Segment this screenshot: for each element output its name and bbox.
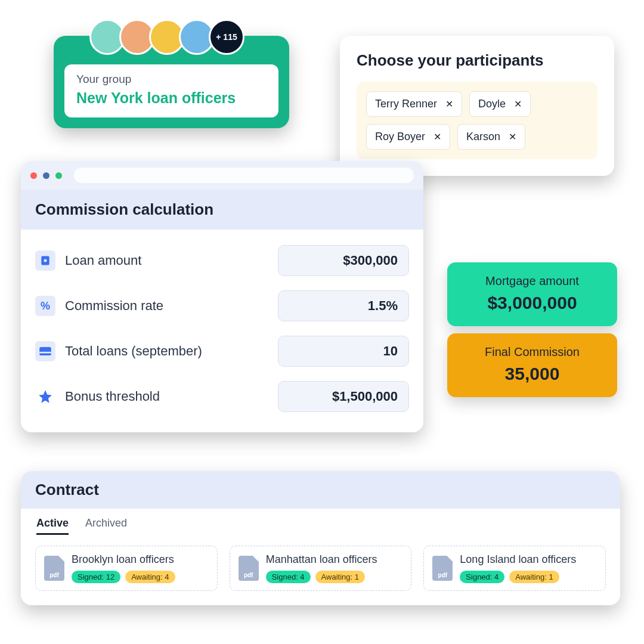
address-bar[interactable] [74,168,414,183]
contract-name: Brooklyn loan officers [72,553,209,566]
calc-value-input[interactable]: 10 [278,336,409,367]
signed-badge: Signed: 4 [460,571,504,583]
result-stack: Mortgage amount $3,000,000 Final Commiss… [447,262,617,397]
calc-label: Total loans (september) [65,343,278,359]
participant-chip[interactable]: Terry Renner ✕ [366,91,462,117]
close-icon[interactable]: ✕ [509,131,516,143]
group-card: + 115 Your group New York loan officers [54,36,289,128]
contract-name: Long Island loan officers [460,553,597,566]
tab-archived[interactable]: Archived [85,517,127,535]
calc-rows: Loan amount $300,000 % Commission rate 1… [21,230,423,432]
calc-row-total-loans: Total loans (september) 10 [35,329,409,374]
participants-title: Choose your participants [357,51,597,70]
traffic-light-close-icon[interactable] [30,172,37,179]
contract-card: Contract Active Archived pdf Brooklyn lo… [21,471,620,605]
money-icon [35,250,55,271]
pdf-file-icon: pdf [239,556,259,581]
awaiting-badge: Awaiting: 1 [315,571,365,583]
chip-label: Karson [466,131,500,143]
result-value: $3,000,000 [458,293,606,313]
avatar-overflow[interactable]: + 115 [209,19,244,55]
contract-name: Manhattan loan officers [266,553,403,566]
calc-row-commission-rate: % Commission rate 1.5% [35,283,409,329]
calc-label: Loan amount [65,253,278,268]
window-header: Commission calculation [21,190,423,230]
contract-tabs: Active Archived [21,509,620,535]
chip-label: Roy Boyer [375,131,425,143]
signed-badge: Signed: 4 [266,571,311,583]
chip-label: Terry Renner [375,98,437,110]
star-icon [35,386,55,407]
result-value: 35,000 [458,364,606,384]
card-icon [35,341,55,361]
commission-window: Commission calculation Loan amount $300,… [21,161,423,432]
calc-value-input[interactable]: $300,000 [278,245,409,276]
final-commission-card: Final Commission 35,000 [447,333,617,397]
contract-item[interactable]: pdf Manhattan loan officers Signed: 4 Aw… [230,546,412,591]
close-icon[interactable]: ✕ [434,131,441,143]
percent-icon: % [35,296,55,316]
svg-rect-3 [39,352,51,354]
contract-items: pdf Brooklyn loan officers Signed: 12 Aw… [21,535,620,605]
signed-badge: Signed: 12 [72,571,120,583]
pdf-file-icon: pdf [44,556,64,581]
contract-item[interactable]: pdf Long Island loan officers Signed: 4 … [423,546,606,591]
participant-chip[interactable]: Doyle ✕ [469,91,531,117]
traffic-light-max-icon[interactable] [55,172,62,179]
awaiting-badge: Awaiting: 4 [125,571,175,583]
svg-point-1 [44,259,47,262]
participant-chip[interactable]: Roy Boyer ✕ [366,124,450,150]
contract-header: Contract [21,471,620,509]
svg-rect-2 [39,347,51,355]
contract-item[interactable]: pdf Brooklyn loan officers Signed: 12 Aw… [35,546,218,591]
calc-label: Commission rate [65,298,278,314]
calc-value-input[interactable]: $1,500,000 [278,381,409,412]
awaiting-badge: Awaiting: 1 [509,571,559,583]
window-title: Commission calculation [35,200,409,219]
close-icon[interactable]: ✕ [514,98,522,110]
group-inner: Your group New York loan officers [64,64,278,117]
avatar-stack: + 115 [89,19,244,55]
calc-row-loan-amount: Loan amount $300,000 [35,238,409,283]
participants-chip-area: Terry Renner ✕ Doyle ✕ Roy Boyer ✕ Karso… [357,82,597,159]
group-name: New York loan officers [76,89,267,107]
chip-label: Doyle [478,98,506,110]
calc-value-input[interactable]: 1.5% [278,290,409,321]
close-icon[interactable]: ✕ [445,98,453,110]
result-label: Mortgage amount [458,274,606,288]
participant-chip[interactable]: Karson ✕ [457,124,525,150]
tab-active[interactable]: Active [36,517,69,535]
window-titlebar [21,161,423,190]
participants-card: Choose your participants Terry Renner ✕ … [340,36,614,176]
result-label: Final Commission [458,345,606,359]
pdf-file-icon: pdf [432,556,453,581]
contract-title: Contract [35,481,606,499]
calc-label: Bonus threshold [65,389,278,404]
mortgage-amount-card: Mortgage amount $3,000,000 [447,262,617,326]
calc-row-bonus-threshold: Bonus threshold $1,500,000 [35,374,409,419]
traffic-light-min-icon[interactable] [43,172,49,179]
group-label: Your group [76,73,267,86]
